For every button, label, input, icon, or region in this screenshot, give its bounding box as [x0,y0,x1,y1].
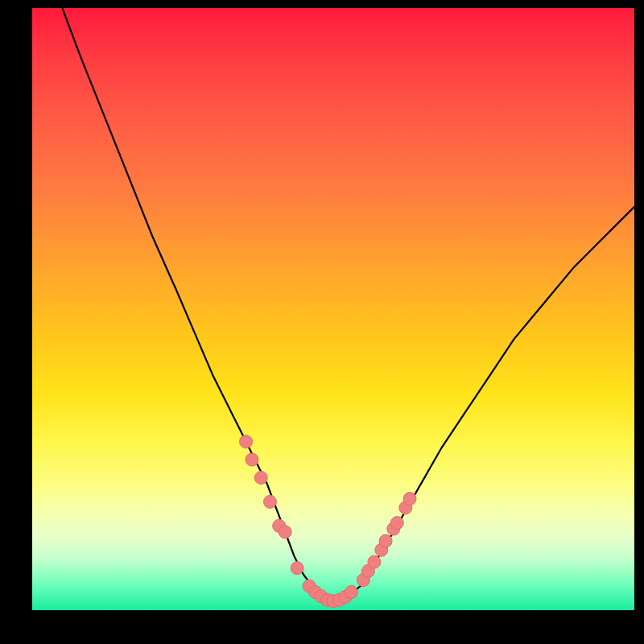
curve-marker [321,593,334,606]
curve-marker [327,595,340,608]
curve-marker [399,502,412,514]
curve-marker [390,517,403,530]
curve-marker [368,555,381,568]
curve-marker [361,564,374,577]
curve-marker [357,574,369,587]
curve-marker [339,591,352,604]
curve-marker [403,493,416,506]
curve-marker [279,526,291,539]
curve-marker [332,593,345,606]
chart-markers [240,436,416,608]
bottleneck-curve-path [62,8,634,601]
curve-marker [375,543,388,556]
curve-marker [303,580,316,592]
curve-marker [315,590,328,603]
curve-marker [345,586,357,599]
curve-marker [273,519,286,532]
curve-marker [309,586,322,599]
curve-marker [246,453,258,466]
chart-overlay [32,8,634,610]
curve-marker [291,562,303,575]
curve-marker [254,471,267,484]
curve-marker [379,535,392,547]
chart-plot-area [32,8,634,610]
chart-curve [62,8,634,601]
curve-marker [387,522,400,535]
chart-stage: TheBottleneck.com [0,0,644,644]
curve-marker [240,436,253,448]
curve-marker [263,495,276,508]
